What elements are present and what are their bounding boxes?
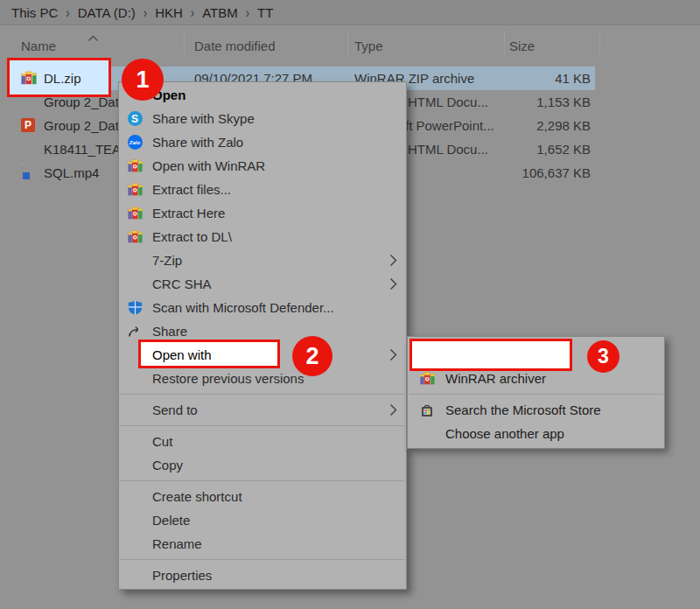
column-divider[interactable]	[599, 31, 600, 55]
winrar-icon	[125, 204, 144, 222]
file-size: 1,652 KB	[477, 137, 591, 161]
file-name: Group 2_Data	[44, 114, 126, 137]
winrar-icon	[125, 180, 144, 199]
file-name: SQL.mp4	[44, 161, 99, 185]
annotation-box-windows-explorer	[410, 339, 572, 371]
powerpoint-icon: P	[21, 118, 37, 133]
menu-item-create-shortcut[interactable]: Create shortcut	[119, 485, 406, 508]
submenu-arrow-icon	[389, 254, 397, 270]
sort-ascending-icon	[88, 30, 99, 46]
submenu-arrow-icon	[389, 403, 397, 419]
context-menu: 2 Open S Share with Skype Zalo Share wit…	[118, 81, 407, 590]
menu-separator	[120, 559, 405, 560]
column-header-date-modified[interactable]: Date modified	[194, 38, 276, 53]
menu-separator	[120, 425, 405, 426]
file-size: 2,298 KB	[477, 114, 591, 137]
column-header-size[interactable]: Size	[509, 38, 535, 53]
menu-item-share-with-zalo[interactable]: Zalo Share with Zalo	[119, 130, 406, 154]
winrar-icon	[417, 369, 437, 388]
menu-item-extract-files[interactable]: Extract files...	[119, 178, 406, 201]
file-explorer-window: This PC › DATA (D:) › HKH › ATBM › TT Na…	[0, 0, 700, 609]
menu-separator	[120, 480, 405, 481]
submenu-arrow-icon	[389, 348, 397, 364]
file-size: 1,153 KB	[477, 90, 591, 114]
file-size: 41 KB	[477, 66, 591, 90]
winrar-icon	[125, 228, 144, 246]
menu-item-extract-here[interactable]: Extract Here	[119, 201, 406, 225]
menu-item-crc-sha[interactable]: CRC SHA	[119, 272, 406, 296]
column-divider[interactable]	[184, 31, 185, 55]
file-size: 106,637 KB	[477, 161, 591, 185]
breadcrumb-hkh[interactable]: HKH	[155, 5, 183, 20]
menu-item-restore-previous-versions[interactable]: Restore previous versions	[119, 367, 406, 390]
menu-item-copy[interactable]: Copy	[119, 453, 406, 477]
chevron-right-icon: ›	[246, 4, 249, 21]
column-header-type[interactable]: Type	[354, 38, 383, 53]
menu-separator	[409, 394, 663, 395]
file-name: DL.zip	[44, 66, 81, 90]
breadcrumb-tt[interactable]: TT	[257, 5, 273, 20]
menu-item-delete[interactable]: Delete	[119, 508, 406, 532]
annotation-step-1: 1	[122, 59, 164, 101]
breadcrumb: This PC › DATA (D:) › HKH › ATBM › TT	[0, 0, 700, 25]
menu-item-7zip[interactable]: 7-Zip	[119, 248, 406, 272]
column-divider[interactable]	[504, 31, 505, 55]
menu-item-cut[interactable]: Cut	[119, 430, 406, 453]
menu-item-properties[interactable]: Properties	[119, 564, 406, 587]
winrar-zip-icon	[21, 71, 37, 86]
breadcrumb-atbm[interactable]: ATBM	[202, 5, 238, 20]
microsoft-store-icon	[417, 401, 437, 419]
menu-item-extract-to-dl[interactable]: Extract to DL\	[119, 225, 406, 248]
submenu-item-search-microsoft-store[interactable]: Search the Microsoft Store	[408, 398, 664, 422]
menu-item-share-with-skype[interactable]: S Share with Skype	[119, 107, 406, 130]
breadcrumb-this-pc[interactable]: This PC	[11, 5, 58, 20]
media-file-icon	[21, 165, 37, 180]
chevron-right-icon: ›	[144, 4, 147, 21]
breadcrumb-data-d[interactable]: DATA (D:)	[78, 5, 136, 20]
skype-icon: S	[125, 109, 144, 128]
annotation-step-2: 2	[292, 336, 332, 376]
chevron-right-icon: ›	[66, 4, 69, 21]
submenu-arrow-icon	[389, 277, 397, 293]
menu-separator	[120, 394, 405, 395]
defender-shield-icon	[125, 298, 144, 317]
menu-item-rename[interactable]: Rename	[119, 532, 406, 556]
menu-item-send-to[interactable]: Send to	[119, 398, 406, 422]
menu-item-scan-with-defender[interactable]: Scan with Microsoft Defender...	[119, 296, 406, 319]
chrome-icon	[21, 142, 37, 157]
column-divider[interactable]	[347, 31, 348, 55]
column-header-name[interactable]: Name	[21, 38, 56, 53]
submenu-item-choose-another-app[interactable]: Choose another app	[408, 422, 664, 445]
menu-item-open-with-winrar[interactable]: Open with WinRAR	[119, 154, 406, 178]
open-with-submenu: 3 Windows Explorer WinRAR archiver Searc…	[407, 336, 665, 449]
winrar-icon	[125, 157, 144, 175]
zalo-icon: Zalo	[125, 133, 144, 151]
share-icon	[125, 322, 144, 340]
annotation-step-3: 3	[587, 340, 620, 373]
chevron-right-icon: ›	[191, 4, 194, 21]
